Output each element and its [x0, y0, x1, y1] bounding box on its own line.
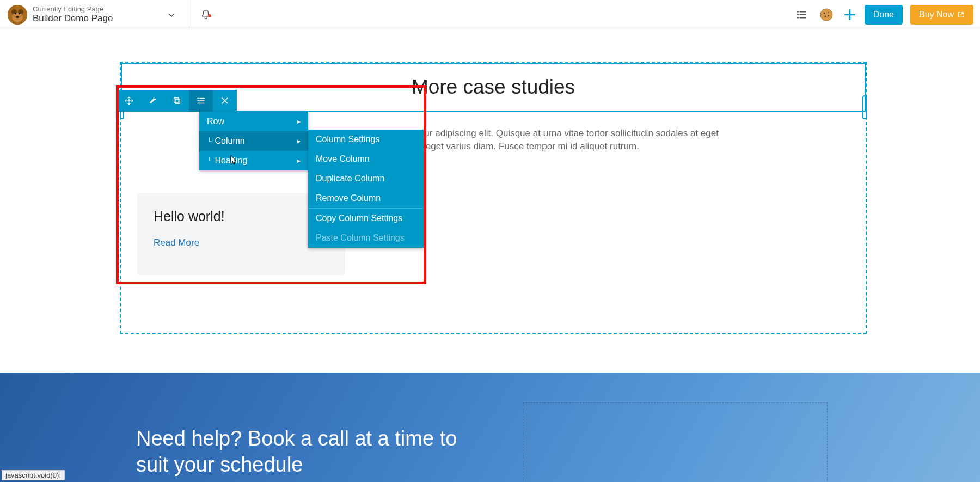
card-title: Hello world!	[154, 209, 329, 224]
chevron-right-icon: ▸	[297, 157, 301, 164]
svg-rect-13	[174, 98, 179, 102]
notifications-button[interactable]	[195, 9, 217, 21]
external-link-icon	[957, 11, 965, 19]
menu-item-label: Paste Column Settings	[316, 233, 405, 243]
menu-item-label: Row	[207, 117, 224, 126]
page-title: Builder Demo Page	[33, 13, 113, 24]
assistant-button[interactable]	[818, 6, 835, 23]
menu-item-label: Column	[215, 136, 245, 146]
pointer-cursor-icon	[228, 154, 238, 167]
card-readmore-link[interactable]: Read More	[154, 237, 199, 248]
chevron-right-icon: ▸	[297, 137, 301, 145]
submenu-copy-column-settings[interactable]: Copy Column Settings	[308, 209, 425, 228]
remove-button[interactable]	[213, 90, 237, 112]
svg-point-8	[823, 12, 825, 14]
svg-rect-12	[175, 99, 180, 103]
hero-title: Need help? Book a call at a time to suit…	[136, 426, 485, 478]
column-submenu: Column Settings Move Column Duplicate Co…	[308, 130, 425, 248]
outline-menu-button[interactable]	[189, 90, 213, 112]
module-action-bar	[117, 90, 237, 112]
menu-item-column[interactable]: └Column ▸	[199, 131, 308, 151]
outline-panel-button[interactable]	[793, 6, 810, 23]
duplicate-button[interactable]	[165, 90, 189, 112]
svg-point-6	[16, 16, 19, 18]
menu-item-row[interactable]: Row ▸	[199, 112, 308, 131]
move-handle-button[interactable]	[117, 90, 141, 112]
menu-item-label: Move Column	[316, 154, 370, 164]
menu-item-label: Remove Column	[316, 193, 381, 203]
menu-item-label: Column Settings	[316, 135, 379, 144]
page-info[interactable]: Currently Editing Page Builder Demo Page	[33, 5, 113, 25]
hero-placeholder-box[interactable]	[523, 402, 828, 482]
chevron-right-icon: ▸	[297, 118, 301, 125]
notification-dot-icon	[208, 14, 211, 17]
divider	[189, 0, 189, 29]
submenu-duplicate-column[interactable]: Duplicate Column	[308, 169, 425, 188]
submenu-paste-column-settings: Paste Column Settings	[308, 228, 425, 248]
svg-point-4	[15, 13, 16, 14]
status-bar: javascript:void(0);	[2, 470, 65, 480]
chevron-down-icon[interactable]	[167, 10, 176, 19]
menu-item-label: Copy Column Settings	[316, 213, 402, 223]
svg-point-5	[19, 13, 21, 14]
svg-point-7	[820, 9, 832, 21]
page-subtitle: Currently Editing Page	[33, 5, 113, 14]
done-button[interactable]: Done	[865, 5, 903, 25]
buy-label: Buy Now	[919, 10, 954, 20]
add-content-button[interactable]	[843, 8, 857, 22]
buy-now-button[interactable]: Buy Now	[910, 5, 973, 25]
settings-button[interactable]	[141, 90, 165, 112]
svg-point-10	[824, 15, 826, 17]
svg-point-9	[827, 11, 829, 13]
submenu-column-settings[interactable]: Column Settings	[308, 130, 425, 149]
menu-item-label: Duplicate Column	[316, 174, 384, 184]
breadcrumb-menu: Row ▸ └Column ▸ └Heading ▸	[199, 112, 308, 170]
hero-section: Need help? Book a call at a time to suit…	[0, 373, 980, 482]
svg-point-11	[828, 15, 829, 16]
done-label: Done	[873, 10, 894, 20]
submenu-move-column[interactable]: Move Column	[308, 149, 425, 169]
menu-item-heading[interactable]: └Heading ▸	[199, 151, 308, 170]
submenu-remove-column[interactable]: Remove Column	[308, 188, 425, 208]
builder-logo-icon[interactable]	[8, 5, 27, 25]
